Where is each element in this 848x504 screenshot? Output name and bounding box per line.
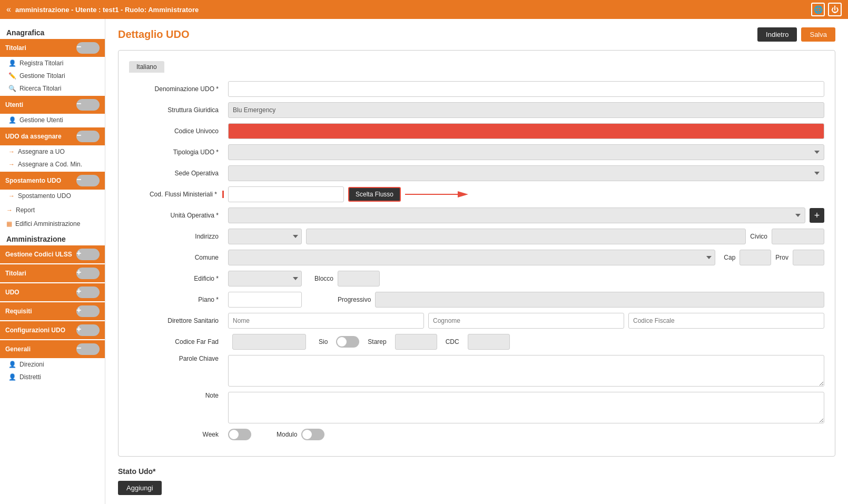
tipologia-select[interactable] <box>228 144 824 160</box>
sidebar-group-header-requisiti[interactable]: Requisiti + <box>0 302 105 320</box>
arrow-icon: → <box>8 161 15 168</box>
blocco-input[interactable] <box>338 271 380 286</box>
codice-fiscale-input[interactable] <box>628 313 824 329</box>
edificio-row: Edificio * Blocco <box>129 271 824 286</box>
uo-plus-button[interactable]: + <box>810 208 824 223</box>
tipologia-label: Tipologia UDO * <box>129 149 224 156</box>
sidebar-amministrazione-title: Amministrazione <box>0 231 105 245</box>
indirizzo-select[interactable] <box>228 229 302 244</box>
sidebar-group-label: Gestione Codici ULSS <box>5 251 72 258</box>
sede-label: Sede Operativa <box>129 170 224 177</box>
week-toggle-wrap <box>228 429 251 440</box>
sidebar-group-titolari-admin: Titolari + <box>0 264 105 282</box>
cdc-label: CDC <box>446 338 459 345</box>
piano-row: Piano * Progressivo <box>129 292 824 308</box>
sio-toggle-knob <box>337 337 347 347</box>
civico-input[interactable] <box>772 229 824 244</box>
comune-row: Comune Cap Prov <box>129 250 824 265</box>
sidebar: Anagrafica Titolari − 👤 Registra Titolar… <box>0 19 105 504</box>
aggiungi-button[interactable]: Aggiungi <box>118 481 162 495</box>
sidebar-group-udo: UDO + <box>0 283 105 301</box>
sidebar-item-edifici[interactable]: ▦ Edifici Amministrazione <box>0 217 105 231</box>
uo-select[interactable] <box>228 207 805 223</box>
sidebar-item-report[interactable]: → Report <box>0 203 105 217</box>
codice-univoco-field[interactable] <box>228 123 824 139</box>
sidebar-group-label: Generali <box>5 345 31 353</box>
sidebar-item-spostamento-udo[interactable]: → Spostamento UDO <box>0 190 105 202</box>
blocco-label: Blocco <box>314 275 333 282</box>
save-button[interactable]: Salva <box>801 27 835 42</box>
sidebar-group-header-utenti[interactable]: Utenti − <box>0 96 105 114</box>
week-label: Week <box>129 431 224 438</box>
sede-row: Sede Operativa <box>129 165 824 181</box>
sidebar-group-label: Titolari <box>5 270 26 277</box>
sidebar-group-gestione-codici: Gestione Codici ULSS + <box>0 245 105 263</box>
sidebar-item-ricerca-titolari[interactable]: 🔍 Ricerca Titolari <box>0 82 105 95</box>
codice-univoco-row: Codice Univoco <box>129 123 824 139</box>
sidebar-group-header-generali[interactable]: Generali − <box>0 340 105 358</box>
nome-input[interactable] <box>228 313 424 329</box>
prov-input[interactable] <box>793 250 824 265</box>
stato-section: Stato Udo* Aggiungi <box>118 467 835 495</box>
sidebar-group-label: Configurazioni UDO <box>5 327 65 334</box>
modulo-toggle-knob <box>302 430 312 439</box>
sidebar-group-header-spostamento[interactable]: Spostamento UDO − <box>0 172 105 190</box>
comune-select[interactable] <box>228 250 715 265</box>
sio-label: Sio <box>319 338 328 345</box>
sidebar-item-gestione-titolari[interactable]: ✏️ Gestione Titolari <box>0 70 105 82</box>
cap-input[interactable] <box>739 250 771 265</box>
sidebar-item-label: Distretti <box>19 373 41 381</box>
progressivo-input[interactable] <box>375 292 824 308</box>
scelta-flusso-button[interactable]: Scelta Flusso <box>348 187 401 202</box>
sidebar-item-assegnare-cod[interactable]: → Assegnare a Cod. Min. <box>0 158 105 171</box>
sidebar-group-utenti: Utenti − 👤 Gestione Utenti <box>0 96 105 126</box>
sidebar-group-header-titolari-admin[interactable]: Titolari + <box>0 264 105 282</box>
starep-input[interactable] <box>395 334 437 350</box>
content-header: Dettaglio UDO Indietro Salva <box>118 27 835 42</box>
cap-label: Cap <box>724 254 735 261</box>
lang-tab[interactable]: Italiano <box>129 61 164 73</box>
flussi-input[interactable] <box>228 186 344 202</box>
sidebar-item-label: Ricerca Titolari <box>19 85 61 92</box>
power-icon-button[interactable]: ⏻ <box>828 3 842 16</box>
sidebar-group-header-udo-assegnare[interactable]: UDO da assegnare − <box>0 127 105 145</box>
sidebar-item-label: Assegnare a Cod. Min. <box>18 161 82 168</box>
topbar-title: amministrazione - Utente : test1 - Ruolo… <box>15 6 199 14</box>
flussi-label: Cod. Flussi Ministeriali * <box>129 191 224 198</box>
sidebar-group-header-udo[interactable]: UDO + <box>0 283 105 301</box>
sidebar-item-assegnare-uo[interactable]: → Assegnare a UO <box>0 145 105 158</box>
sede-select[interactable] <box>228 165 824 181</box>
modulo-toggle-wrap <box>301 429 324 440</box>
sidebar-group-header-titolari[interactable]: Titolari − <box>0 39 105 57</box>
sidebar-toggle-utenti: − <box>76 99 100 111</box>
sidebar-item-direzioni[interactable]: 👤 Direzioni <box>0 358 105 371</box>
cdc-input[interactable] <box>468 334 510 350</box>
edificio-select[interactable] <box>228 271 302 286</box>
piano-input[interactable] <box>228 292 302 308</box>
direttore-row: Direttore Sanitario <box>129 313 824 329</box>
week-toggle[interactable] <box>228 429 251 440</box>
sidebar-group-header-configurazioni[interactable]: Configurazioni UDO + <box>0 321 105 339</box>
globe-icon-button[interactable]: 🌐 <box>811 3 825 16</box>
note-textarea[interactable] <box>228 392 824 423</box>
denominazione-input[interactable] <box>228 81 824 97</box>
struttura-row: Struttura Giuridica <box>129 102 824 118</box>
sidebar-item-distretti[interactable]: 👤 Distretti <box>0 371 105 383</box>
main-layout: Anagrafica Titolari − 👤 Registra Titolar… <box>0 19 848 504</box>
person-icon: 👤 <box>8 361 16 368</box>
codice-univoco-label: Codice Univoco <box>129 127 224 135</box>
topbar-back-arrow[interactable]: « <box>6 5 11 14</box>
indirizzo-input[interactable] <box>306 229 746 244</box>
sidebar-item-registra-titolari[interactable]: 👤 Registra Titolari <box>0 57 105 70</box>
sidebar-item-gestione-utenti[interactable]: 👤 Gestione Utenti <box>0 114 105 126</box>
direttore-label: Direttore Sanitario <box>129 317 224 324</box>
sidebar-group-header-gestione-codici[interactable]: Gestione Codici ULSS + <box>0 245 105 263</box>
sio-toggle[interactable] <box>336 336 359 348</box>
codice-far-fad-input[interactable] <box>232 334 306 350</box>
back-button[interactable]: Indietro <box>757 27 797 42</box>
modulo-toggle[interactable] <box>301 429 324 440</box>
sidebar-toggle: + <box>76 268 100 279</box>
starep-label: Starep <box>368 338 386 345</box>
parole-chiave-textarea[interactable] <box>228 355 824 387</box>
cognome-input[interactable] <box>428 313 624 329</box>
